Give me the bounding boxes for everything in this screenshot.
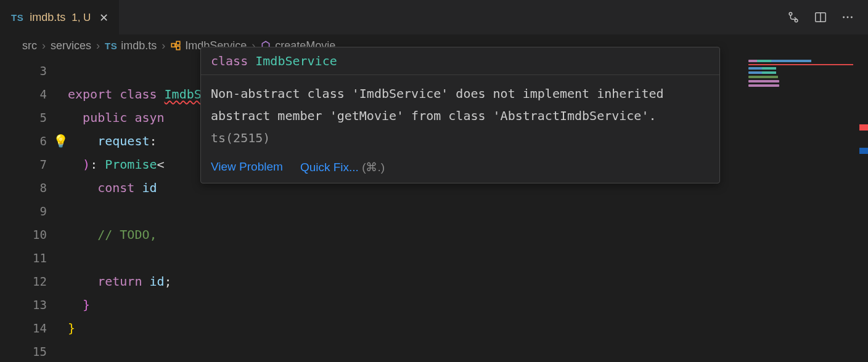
code-line[interactable]: 11 <box>0 246 868 270</box>
svg-rect-7 <box>171 44 175 47</box>
minimap[interactable] <box>746 58 857 101</box>
overview-ruler[interactable] <box>859 57 868 352</box>
line-number: 11 <box>0 246 68 270</box>
code-content[interactable]: return id; <box>68 270 172 293</box>
code-content[interactable]: ): Promise< <box>68 153 165 176</box>
line-number: 8 <box>0 176 68 199</box>
line-number: 13 <box>0 293 68 316</box>
code-content[interactable]: const id <box>68 176 157 199</box>
typescript-icon: TS <box>105 41 117 51</box>
view-problem-link[interactable]: View Problem <box>211 160 283 174</box>
line-number: 14 <box>0 316 68 340</box>
tab-filename: imdb.ts <box>30 11 65 24</box>
svg-point-6 <box>851 17 853 18</box>
code-content[interactable]: request: <box>68 129 157 153</box>
code-content[interactable]: // TODO, <box>68 223 157 246</box>
tab-bar: TS imdb.ts 1, U ✕ <box>0 0 868 34</box>
line-number: 9 <box>0 199 68 223</box>
line-number: 10 <box>0 223 68 246</box>
line-number: 12 <box>0 270 68 293</box>
chevron-right-icon: › <box>162 39 165 52</box>
info-marker[interactable] <box>859 148 868 154</box>
tabs-container: TS imdb.ts 1, U ✕ <box>0 0 119 34</box>
code-content[interactable]: } <box>68 293 90 316</box>
line-number: 5 <box>0 106 68 129</box>
code-line[interactable]: 10 // TODO, <box>0 223 868 246</box>
compare-changes-icon[interactable] <box>785 9 801 25</box>
code-line[interactable]: 14} <box>0 316 868 340</box>
tab-actions <box>785 0 868 34</box>
code-line[interactable]: 13 } <box>0 293 868 316</box>
hover-classname: ImdbService <box>255 54 337 68</box>
lightbulb-icon[interactable]: 💡 <box>53 129 68 153</box>
code-line[interactable]: 12 return id; <box>0 270 868 293</box>
crumb-services[interactable]: services <box>51 39 91 52</box>
svg-point-4 <box>843 17 845 18</box>
code-line[interactable]: 9 <box>0 199 868 223</box>
svg-point-0 <box>789 12 792 15</box>
crumb-src[interactable]: src <box>22 39 37 52</box>
svg-point-5 <box>847 17 849 18</box>
line-number: 7 <box>0 153 68 176</box>
hover-error-code: ts(2515) <box>211 131 270 145</box>
tab-problems-badge: 1, U <box>72 12 91 24</box>
svg-rect-9 <box>176 46 180 50</box>
hover-tooltip: class ImdbService Non-abstract class 'Im… <box>200 47 720 183</box>
svg-rect-8 <box>176 41 180 45</box>
hover-message: Non-abstract class 'ImdbService' does no… <box>201 74 719 154</box>
code-line[interactable]: 15 <box>0 340 868 362</box>
hover-keyword: class <box>211 54 248 68</box>
line-number: 15 <box>0 340 68 362</box>
quick-fix-link[interactable]: Quick Fix... <box>300 161 359 174</box>
code-content[interactable]: } <box>68 316 75 340</box>
line-number: 4 <box>0 82 68 106</box>
hover-actions: View Problem Quick Fix... (⌘.) <box>201 154 719 183</box>
tab-imdb-ts[interactable]: TS imdb.ts 1, U ✕ <box>0 0 119 34</box>
svg-line-11 <box>175 45 176 48</box>
error-marker[interactable] <box>859 124 868 131</box>
typescript-icon: TS <box>11 12 23 23</box>
more-icon[interactable] <box>840 9 856 25</box>
split-editor-icon[interactable] <box>813 9 829 25</box>
line-number: 3 <box>0 59 68 82</box>
hover-header: class ImdbService <box>201 47 719 74</box>
chevron-right-icon: › <box>42 39 46 52</box>
code-content[interactable]: public asyn <box>68 106 165 129</box>
close-icon[interactable]: ✕ <box>97 11 110 25</box>
crumb-file[interactable]: TS imdb.ts <box>105 39 157 52</box>
chevron-right-icon: › <box>96 39 100 52</box>
class-icon <box>170 40 181 51</box>
